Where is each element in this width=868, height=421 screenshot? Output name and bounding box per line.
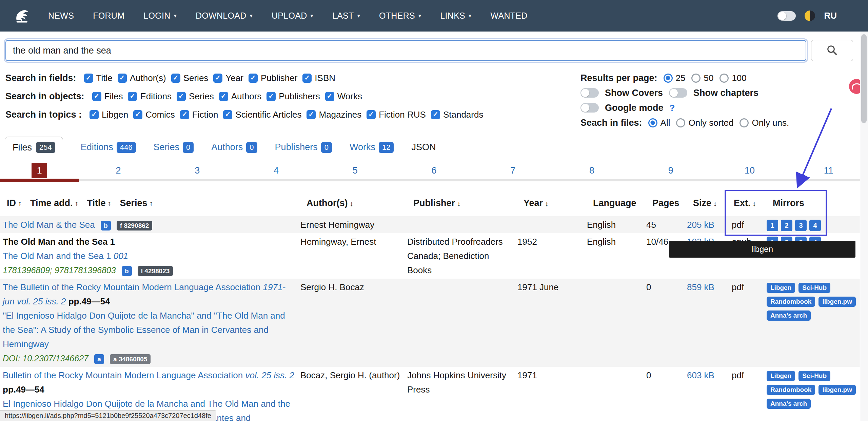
page-2[interactable]: 2 — [79, 162, 158, 179]
mirror-libgen-button[interactable]: Libgen — [767, 371, 795, 381]
show-covers-toggle[interactable] — [580, 88, 599, 98]
filter-field-publisher[interactable]: Publisher — [249, 73, 297, 83]
page-4[interactable]: 4 — [237, 162, 316, 179]
page-3[interactable]: 3 — [158, 162, 237, 179]
filter-field-year[interactable]: Year — [213, 73, 243, 83]
size-download-link[interactable]: 603 kB — [687, 370, 714, 380]
mirror-4-button[interactable]: 4 — [809, 220, 821, 231]
mirror-scihub-button[interactable]: Sci-Hub — [798, 371, 830, 381]
nav-item-news[interactable]: NEWS — [48, 11, 74, 21]
header-toggle[interactable] — [777, 11, 796, 21]
filter-object-editions[interactable]: Editions — [128, 91, 172, 102]
filter-topic-standards[interactable]: Standards — [431, 109, 484, 120]
sort-icon[interactable]: ↕ — [350, 200, 353, 207]
checkbox-checked-icon[interactable] — [219, 92, 228, 101]
filter-field-authors[interactable]: Author(s) — [118, 73, 166, 83]
size-download-link[interactable]: 205 kB — [687, 220, 714, 230]
filter-field-isbn[interactable]: ISBN — [302, 73, 335, 83]
show-covers-label[interactable]: Show Covers — [605, 88, 663, 98]
checkbox-checked-icon[interactable] — [223, 110, 232, 119]
google-mode-toggle[interactable] — [580, 103, 599, 113]
edition-title-link[interactable]: The Old Man and the Sea 1 001 — [3, 251, 128, 261]
sort-icon[interactable]: ↕ — [18, 199, 21, 207]
mirror-libgen-button[interactable]: Libgen — [767, 283, 795, 293]
radio-unselected-icon[interactable] — [719, 74, 729, 83]
page-11[interactable]: 11 — [789, 162, 868, 179]
id-badge[interactable]: f 8290862 — [117, 221, 153, 230]
page-6[interactable]: 6 — [395, 162, 474, 179]
mirror-libgenpw-button[interactable]: libgen.pw — [818, 297, 856, 307]
mirror-1-button[interactable]: 1 — [767, 220, 778, 231]
google-mode-help-link[interactable]: ? — [670, 103, 675, 113]
filter-field-title[interactable]: Title — [84, 73, 113, 83]
theme-contrast-icon[interactable] — [805, 11, 815, 21]
filter-object-series[interactable]: Series — [177, 91, 214, 102]
mirror-annas-archive-button[interactable]: Anna's arch — [767, 399, 811, 409]
libgen-logo-icon[interactable] — [12, 6, 33, 26]
tab-publishers[interactable]: Publishers 0 — [275, 142, 332, 153]
sort-icon[interactable]: ↕ — [713, 200, 717, 207]
checkbox-checked-icon[interactable] — [302, 74, 312, 83]
scrollbar[interactable] — [860, 32, 868, 421]
sort-icon[interactable]: ↕ — [545, 200, 548, 207]
column-header-time-added[interactable]: Time add.↕ — [30, 198, 78, 208]
column-header-title[interactable]: Title↕ — [87, 198, 111, 208]
language-switch[interactable]: RU — [824, 11, 837, 21]
column-header-year[interactable]: Year↕ — [515, 190, 585, 216]
article-title-link[interactable]: "El Ingenioso Hidalgo Don Quijote de la … — [3, 310, 285, 349]
tab-editions[interactable]: Editions 446 — [81, 142, 136, 153]
mirror-randombook-button[interactable]: Randombook — [767, 385, 815, 395]
journal-title-link[interactable]: Bulletin of the Rocky Mountain Modern La… — [3, 370, 294, 380]
sort-icon[interactable]: ↕ — [753, 200, 756, 207]
nav-item-download[interactable]: DOWNLOAD▾ — [196, 11, 253, 21]
page-1-active[interactable]: 1 — [0, 162, 79, 179]
radio-unselected-icon[interactable] — [676, 118, 685, 127]
checkbox-checked-icon[interactable] — [128, 92, 137, 101]
nav-item-last[interactable]: LAST▾ — [332, 11, 360, 21]
sort-icon[interactable]: ↕ — [150, 199, 153, 207]
search-button[interactable] — [811, 40, 853, 61]
sort-icon[interactable]: ↕ — [457, 200, 460, 207]
tab-json[interactable]: JSON — [411, 142, 436, 153]
nav-item-wanted[interactable]: WANTED — [490, 11, 527, 21]
checkbox-checked-icon[interactable] — [431, 110, 440, 119]
sort-icon[interactable]: ↕ — [108, 199, 111, 207]
column-header-id[interactable]: ID↕ — [7, 198, 21, 208]
show-chapters-toggle[interactable] — [669, 88, 687, 98]
show-chapters-label[interactable]: Show chapters — [693, 88, 758, 98]
column-header-size[interactable]: Size↕ — [685, 190, 726, 216]
page-10[interactable]: 10 — [710, 162, 789, 179]
page-7[interactable]: 7 — [473, 162, 552, 179]
type-badge[interactable]: b — [122, 266, 132, 276]
files-filter-all[interactable]: All — [648, 118, 670, 128]
mirror-annas-archive-button[interactable]: Anna's arch — [767, 310, 811, 321]
checkbox-checked-icon[interactable] — [92, 92, 101, 101]
tab-series[interactable]: Series 0 — [154, 142, 194, 153]
column-header-publisher[interactable]: Publisher↕ — [405, 190, 515, 216]
page-8[interactable]: 8 — [552, 162, 631, 179]
mirror-scihub-button[interactable]: Sci-Hub — [798, 283, 830, 293]
tab-authors[interactable]: Authors 0 — [211, 142, 257, 153]
radio-selected-icon[interactable] — [664, 74, 673, 83]
nav-item-forum[interactable]: FORUM — [93, 11, 124, 21]
page-9[interactable]: 9 — [631, 162, 710, 179]
mirror-3-button[interactable]: 3 — [795, 220, 807, 231]
mirror-2-button[interactable]: 2 — [781, 220, 792, 231]
results-per-page-50[interactable]: 50 — [691, 73, 713, 83]
column-header-authors[interactable]: Author(s)↕ — [298, 190, 405, 216]
checkbox-checked-icon[interactable] — [177, 92, 186, 101]
radio-unselected-icon[interactable] — [739, 118, 749, 127]
filter-object-works[interactable]: Works — [325, 91, 362, 102]
checkbox-checked-icon[interactable] — [367, 110, 376, 119]
files-filter-only-sorted[interactable]: Only sorted — [676, 118, 733, 128]
filter-topic-libgen[interactable]: Libgen — [90, 109, 128, 120]
nav-item-upload[interactable]: UPLOAD▾ — [272, 11, 313, 21]
checkbox-checked-icon[interactable] — [267, 92, 276, 101]
scrollbar-thumb[interactable] — [861, 34, 867, 123]
nav-item-links[interactable]: LINKS▾ — [440, 11, 471, 21]
checkbox-checked-icon[interactable] — [213, 74, 222, 83]
tab-files[interactable]: Files 254 — [5, 137, 63, 158]
checkbox-checked-icon[interactable] — [118, 74, 127, 83]
column-header-ext[interactable]: Ext.↕ — [726, 190, 765, 216]
filter-object-publishers[interactable]: Publishers — [267, 91, 320, 102]
